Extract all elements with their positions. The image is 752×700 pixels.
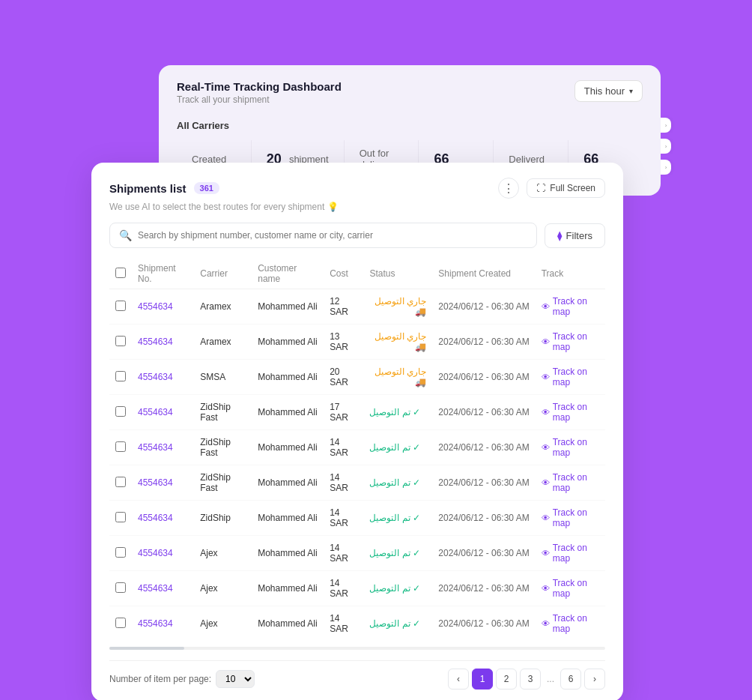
- row-checkbox-0[interactable]: [115, 301, 126, 311]
- created-4: 2024/06/12 - 06:30 AM: [432, 430, 535, 465]
- track-link-6[interactable]: 👁 Track on map: [542, 507, 599, 528]
- carrier-0: Aramex: [194, 289, 252, 325]
- shipment-id-3[interactable]: 4554634: [138, 407, 173, 417]
- collapse-icon-1: ›: [665, 122, 667, 129]
- row-checkbox-5[interactable]: [115, 477, 126, 487]
- row-checkbox-9[interactable]: [115, 618, 126, 628]
- shipment-id-4[interactable]: 4554634: [138, 442, 173, 453]
- track-link-3[interactable]: 👁 Track on map: [542, 402, 599, 423]
- customer-5: Mohammed Ali: [252, 465, 324, 501]
- shipment-id-2[interactable]: 4554634: [138, 372, 173, 382]
- status-7: ✓ تم التوصيل: [369, 548, 420, 558]
- shipments-badge: 361: [194, 182, 219, 194]
- row-checkbox-8[interactable]: [115, 582, 126, 593]
- page-6-button[interactable]: 6: [560, 669, 581, 690]
- shipments-card: Shipments list 361 ⋮ ⛶ Full Screen We us…: [91, 163, 623, 700]
- row-checkbox-7[interactable]: [115, 547, 126, 558]
- status-8: ✓ تم التوصيل: [369, 583, 420, 594]
- next-page-button[interactable]: ›: [584, 669, 605, 690]
- table-row: 4554634 ZidShip Fast Mohammed Ali 17 SAR…: [109, 395, 605, 430]
- track-icon-1: 👁: [542, 337, 550, 346]
- status-6: ✓ تم التوصيل: [369, 513, 420, 523]
- status-3: ✓ تم التوصيل: [369, 407, 420, 417]
- cost-1: 13 SAR: [324, 325, 363, 360]
- more-icon: ⋮: [503, 181, 515, 196]
- row-checkbox-3[interactable]: [115, 406, 126, 417]
- shipment-id-0[interactable]: 4554634: [138, 301, 173, 312]
- table-row: 4554634 ZidShip Fast Mohammed Ali 14 SAR…: [109, 465, 605, 501]
- ai-note: We use AI to select the best routes for …: [109, 202, 605, 212]
- carrier-5: ZidShip Fast: [194, 465, 252, 501]
- created-3: 2024/06/12 - 06:30 AM: [432, 395, 535, 430]
- status-4: ✓ تم التوصيل: [369, 442, 420, 453]
- prev-page-button[interactable]: ‹: [448, 669, 469, 690]
- created-6: 2024/06/12 - 06:30 AM: [432, 501, 535, 536]
- all-carriers-label: All Carriers: [177, 120, 643, 131]
- fullscreen-button[interactable]: ⛶ Full Screen: [527, 178, 605, 198]
- row-checkbox-6[interactable]: [115, 512, 126, 522]
- row-checkbox-2[interactable]: [115, 371, 126, 381]
- customer-0: Mohammed Ali: [252, 289, 324, 325]
- carrier-7: Ajex: [194, 536, 252, 571]
- shipments-title: Shipments list: [109, 182, 187, 195]
- table-row: 4554634 Ajex Mohammed Ali 14 SAR ✓ تم ال…: [109, 571, 605, 606]
- track-link-1[interactable]: 👁 Track on map: [542, 331, 599, 352]
- shipment-id-7[interactable]: 4554634: [138, 548, 173, 558]
- time-filter-button[interactable]: This hour ▾: [574, 80, 643, 102]
- track-link-5[interactable]: 👁 Track on map: [542, 472, 599, 493]
- per-page-select[interactable]: 10 20 50: [216, 670, 255, 688]
- table-row: 4554634 SMSA Mohammed Ali 20 SAR جاري ال…: [109, 360, 605, 395]
- track-icon-3: 👁: [542, 408, 550, 417]
- status-9: ✓ تم التوصيل: [369, 618, 420, 629]
- cost-4: 14 SAR: [324, 430, 363, 465]
- cost-7: 14 SAR: [324, 536, 363, 571]
- filter-label: Filters: [566, 230, 592, 241]
- page-1-button[interactable]: 1: [472, 669, 493, 690]
- cost-6: 14 SAR: [324, 501, 363, 536]
- carrier-9: Ajex: [194, 606, 252, 642]
- more-options-button[interactable]: ⋮: [498, 178, 519, 199]
- shipment-id-9[interactable]: 4554634: [138, 618, 173, 629]
- shipment-id-5[interactable]: 4554634: [138, 477, 173, 488]
- track-icon-7: 👁: [542, 549, 550, 558]
- row-checkbox-4[interactable]: [115, 441, 126, 452]
- track-link-7[interactable]: 👁 Track on map: [542, 543, 599, 564]
- track-link-2[interactable]: 👁 Track on map: [542, 366, 599, 387]
- track-link-4[interactable]: 👁 Track on map: [542, 437, 599, 458]
- page-dots: ...: [544, 674, 557, 684]
- carrier-4: ZidShip Fast: [194, 430, 252, 465]
- shipment-id-8[interactable]: 4554634: [138, 583, 173, 594]
- page-2-button[interactable]: 2: [496, 669, 517, 690]
- table-row: 4554634 ZidShip Mohammed Ali 14 SAR ✓ تم…: [109, 501, 605, 536]
- cost-8: 14 SAR: [324, 571, 363, 606]
- search-input[interactable]: [138, 230, 527, 241]
- created-1: 2024/06/12 - 06:30 AM: [432, 325, 535, 360]
- track-icon-4: 👁: [542, 443, 550, 452]
- items-per-page: Number of item per page: 10 20 50: [109, 670, 255, 688]
- dashboard-title: Real-Time Tracking Dashboard: [177, 80, 342, 93]
- cost-3: 17 SAR: [324, 395, 363, 430]
- track-icon-2: 👁: [542, 372, 550, 381]
- track-link-0[interactable]: 👁 Track on map: [542, 296, 599, 317]
- carrier-3: ZidShip Fast: [194, 395, 252, 430]
- shipment-id-6[interactable]: 4554634: [138, 513, 173, 523]
- row-checkbox-1[interactable]: [115, 336, 126, 346]
- select-all-checkbox[interactable]: [115, 268, 126, 278]
- status-2: جاري التوصيل 🚚: [369, 366, 426, 387]
- page-3-button[interactable]: 3: [520, 669, 541, 690]
- carrier-6: ZidShip: [194, 501, 252, 536]
- carrier-1: Aramex: [194, 325, 252, 360]
- track-link-9[interactable]: 👁 Track on map: [542, 613, 599, 634]
- scrollbar-thumb[interactable]: [109, 647, 184, 650]
- track-link-8[interactable]: 👁 Track on map: [542, 578, 599, 599]
- shipment-id-1[interactable]: 4554634: [138, 337, 173, 347]
- col-created: Shipment Created: [432, 259, 535, 289]
- customer-7: Mohammed Ali: [252, 536, 324, 571]
- filter-button[interactable]: ⧫ Filters: [545, 223, 605, 248]
- created-2: 2024/06/12 - 06:30 AM: [432, 360, 535, 395]
- track-icon-6: 👁: [542, 513, 550, 522]
- status-5: ✓ تم التوصيل: [369, 477, 420, 488]
- cost-5: 14 SAR: [324, 465, 363, 501]
- col-track: Track: [536, 259, 605, 289]
- col-customer: Customer name: [252, 259, 324, 289]
